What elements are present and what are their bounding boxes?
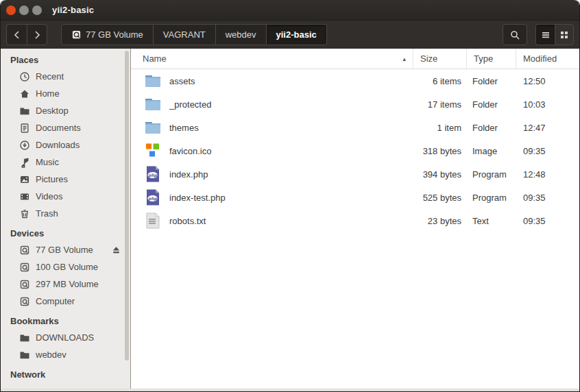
file-type: Text: [467, 216, 516, 226]
sidebar-item-downloads-bookmark[interactable]: DOWNLOADS: [1, 329, 130, 346]
grid-view-button[interactable]: [555, 24, 574, 45]
folder-icon: [144, 72, 162, 90]
sidebar-item-label: Downloads: [36, 140, 80, 150]
file-size: 525 bytes: [413, 193, 467, 203]
file-size: 1 item: [413, 123, 467, 133]
file-name: favicon.ico: [169, 146, 211, 156]
file-modified: 09:35: [516, 216, 579, 226]
search-icon: [509, 29, 520, 40]
file-modified: 12:47: [516, 123, 579, 133]
folder-icon: [144, 95, 162, 113]
sidebar-item-label: 297 MB Volume: [36, 279, 99, 289]
sidebar-item-100gb-volume[interactable]: 100 GB Volume: [1, 258, 130, 275]
sidebar-item-music[interactable]: Music: [1, 154, 130, 171]
column-header-modified[interactable]: Modified: [516, 49, 579, 69]
breadcrumb-webdev[interactable]: webdev: [216, 24, 267, 45]
file-size: 394 bytes: [413, 169, 467, 180]
file-row-assets[interactable]: assets 6 items Folder 12:50: [131, 69, 579, 93]
sidebar-item-home[interactable]: Home: [1, 85, 130, 102]
search-button[interactable]: [503, 24, 527, 45]
eject-icon[interactable]: [111, 245, 121, 255]
file-size: 6 items: [413, 76, 467, 86]
window-title: yii2-basic: [52, 5, 94, 15]
sidebar-section-network: Network: [1, 363, 130, 382]
php-file-icon: [144, 188, 162, 206]
sidebar-item-desktop[interactable]: Desktop: [1, 102, 130, 119]
sidebar-item-label: DOWNLOADS: [36, 332, 94, 343]
sidebar-item-label: Recent: [36, 71, 64, 82]
file-list-pane: Name ▴ Size Type Modified assets 6 items: [131, 49, 579, 389]
folder-icon: [19, 105, 30, 117]
trash-icon: [19, 208, 30, 219]
file-row-favicon[interactable]: favicon.ico 318 bytes Image 09:35: [131, 139, 579, 162]
sidebar-section-places: Places: [1, 49, 130, 68]
sidebar-item-downloads[interactable]: Downloads: [1, 136, 130, 154]
sort-ascending-icon: ▴: [402, 56, 406, 62]
breadcrumb: 77 GB Volume VAGRANT webdev yii2-basic: [61, 24, 327, 45]
minimize-button[interactable]: [19, 5, 29, 15]
file-modified: 09:35: [516, 146, 579, 156]
sidebar-item-trash[interactable]: Trash: [1, 205, 130, 222]
breadcrumb-volume[interactable]: 77 GB Volume: [61, 24, 154, 45]
document-icon: [19, 122, 30, 134]
file-type: Program: [467, 169, 516, 180]
column-label: Modified: [523, 53, 557, 64]
sidebar-item-label: webdev: [36, 350, 67, 360]
sidebar-item-computer[interactable]: Computer: [1, 293, 130, 310]
view-toggle: [535, 24, 574, 45]
sidebar-item-297mb-volume[interactable]: 297 MB Volume: [1, 275, 130, 293]
php-file-icon: [144, 165, 162, 183]
drive-icon: [19, 278, 30, 290]
column-header-size[interactable]: Size: [413, 49, 467, 69]
favicon-image-icon: [144, 142, 162, 160]
column-label: Name: [143, 53, 167, 64]
list-view-button[interactable]: [535, 24, 555, 45]
chevron-left-icon: [12, 29, 23, 40]
file-row-protected[interactable]: _protected 17 items Folder 10:03: [131, 93, 579, 116]
sidebar-item-webdev-bookmark[interactable]: webdev: [1, 346, 130, 363]
column-header-type[interactable]: Type: [467, 49, 516, 69]
file-row-index-test-php[interactable]: index-test.php 525 bytes Program 09:35: [131, 186, 579, 209]
file-size: 23 bytes: [413, 216, 467, 226]
file-list: assets 6 items Folder 12:50 _protected 1…: [131, 69, 579, 389]
breadcrumb-vagrant[interactable]: VAGRANT: [154, 24, 216, 45]
sidebar-item-label: Videos: [36, 191, 63, 201]
column-headers: Name ▴ Size Type Modified: [131, 49, 579, 69]
text-file-icon: [144, 212, 162, 230]
column-header-name[interactable]: Name ▴: [131, 49, 413, 69]
sidebar-scrollbar-thumb[interactable]: [125, 51, 129, 360]
sidebar-item-pictures[interactable]: Pictures: [1, 171, 130, 188]
drive-icon: [19, 261, 30, 273]
file-row-index-php[interactable]: index.php 394 bytes Program 12:48: [131, 162, 579, 186]
sidebar-item-label: 77 GB Volume: [36, 245, 93, 255]
sidebar-item-label: 100 GB Volume: [36, 262, 98, 272]
back-button[interactable]: [6, 24, 27, 45]
sidebar-item-documents[interactable]: Documents: [1, 119, 130, 136]
drive-icon: [19, 295, 30, 307]
file-name: _protected: [169, 99, 211, 110]
file-row-themes[interactable]: themes 1 item Folder 12:47: [131, 116, 579, 139]
file-modified: 12:50: [516, 76, 579, 86]
sidebar-item-recent[interactable]: Recent: [1, 68, 130, 85]
sidebar-item-77gb-volume[interactable]: 77 GB Volume: [1, 241, 130, 258]
folder-icon: [19, 349, 30, 360]
sidebar-item-videos[interactable]: Videos: [1, 188, 130, 205]
column-label: Size: [420, 53, 437, 64]
sidebar: Places Recent Home Desktop Documents Dow…: [1, 49, 131, 389]
file-modified: 10:03: [516, 99, 579, 110]
file-row-robots-txt[interactable]: robots.txt 23 bytes Text 09:35: [131, 209, 579, 232]
file-name: themes: [169, 123, 199, 133]
maximize-button[interactable]: [32, 5, 42, 15]
file-modified: 09:35: [516, 193, 579, 203]
close-button[interactable]: [6, 5, 16, 15]
file-modified: 12:48: [516, 169, 579, 180]
home-icon: [19, 88, 30, 99]
file-name: assets: [169, 76, 195, 86]
breadcrumb-current[interactable]: yii2-basic: [267, 24, 327, 45]
sidebar-item-label: Computer: [36, 296, 75, 306]
download-icon: [19, 139, 30, 151]
forward-button[interactable]: [27, 24, 47, 45]
nav-buttons: [6, 24, 47, 45]
music-note-icon: [19, 156, 30, 168]
titlebar: yii2-basic: [1, 0, 579, 20]
